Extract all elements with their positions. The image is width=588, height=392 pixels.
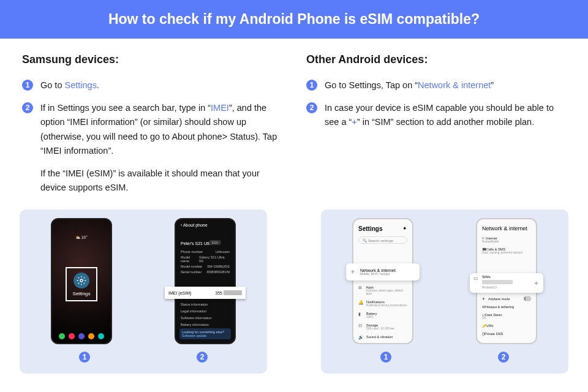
other-phone-2: Network & internet ᯤInternetRedteaMobile… bbox=[476, 218, 537, 344]
step-badge: 2 bbox=[22, 102, 33, 113]
network-internet-callout: ᯤ Network & internet Mobile, Wi-Fi, hots… bbox=[346, 263, 420, 281]
other-step-1: 1 Go to Settings, Tap on “Network & inte… bbox=[306, 78, 566, 92]
other-numrow: 1 2 bbox=[327, 350, 562, 363]
sim-name: RedteaGO bbox=[482, 285, 513, 289]
samsung-title: Samsung devices: bbox=[22, 53, 282, 66]
network-title: Network & internet bbox=[482, 225, 527, 232]
vpn-icon: 🔑 bbox=[482, 324, 486, 328]
page-header: How to check if my Android Phone is eSIM… bbox=[0, 0, 588, 39]
step-text: Go to Settings. bbox=[40, 78, 99, 92]
step-text: Go to Settings, Tap on “Network & intern… bbox=[325, 78, 494, 92]
airplane-icon: ✈ bbox=[482, 297, 485, 301]
dock-icon bbox=[88, 333, 94, 339]
dock-icon bbox=[69, 333, 75, 339]
about-lower: Status information Legal information Sof… bbox=[181, 303, 230, 326]
samsung-numrow: 1 2 bbox=[26, 350, 261, 363]
weather-widget: ⛅18° bbox=[52, 235, 111, 240]
plus-link[interactable]: + bbox=[352, 117, 356, 127]
assistant-icon: ✦ bbox=[402, 225, 407, 232]
imei-link[interactable]: IMEI bbox=[211, 103, 229, 113]
samsung-step-2: 2 If in Settings you see a search bar, t… bbox=[22, 101, 282, 158]
mock-strips: ⛅18° Settings ‹ About phone Pete bbox=[0, 203, 588, 374]
samsung-step-1: 1 Go to Settings. bbox=[22, 78, 282, 92]
sim-blur bbox=[482, 280, 513, 284]
mock-num-1: 1 bbox=[79, 352, 90, 363]
network-rows-top: ᯤInternetRedteaMobile ☎Calls & SMSData, … bbox=[482, 236, 531, 254]
imei-blur bbox=[224, 290, 242, 295]
dock-icon bbox=[78, 333, 85, 339]
settings-link[interactable]: Settings bbox=[65, 80, 97, 90]
mock-num-1: 1 bbox=[380, 352, 391, 363]
looking-for: Looking for something else? Software upd… bbox=[179, 328, 231, 339]
edit-pill: Edit bbox=[209, 240, 221, 245]
page-title: How to check if my Android Phone is eSIM… bbox=[108, 11, 480, 27]
dock-icon bbox=[98, 333, 104, 339]
device-name: Peter's S21 Ultra bbox=[181, 241, 213, 246]
samsung-step-2-sub: If the “IMEI (eSIM)” is available it sho… bbox=[40, 167, 282, 195]
svg-point-0 bbox=[80, 279, 83, 282]
bell-icon: 🔔 bbox=[358, 300, 363, 305]
imei-esim-label: IMEI (eSIM) bbox=[168, 291, 191, 295]
settings-app-tile: Settings bbox=[66, 267, 97, 301]
mock-num-2: 2 bbox=[498, 352, 509, 363]
dock bbox=[52, 333, 111, 339]
imei-esim-callout: IMEI (eSIM) 355 bbox=[165, 287, 246, 299]
other-title: Other Android devices: bbox=[306, 53, 566, 66]
network-internet-link[interactable]: Network & internet bbox=[418, 80, 491, 90]
gear-icon bbox=[74, 273, 89, 288]
samsung-column: Samsung devices: 1 Go to Settings. 2 If … bbox=[22, 53, 282, 203]
sims-label: SIMs bbox=[482, 275, 513, 279]
search-settings: 🔍 Search settings bbox=[358, 236, 407, 244]
other-step-2: 2 In case your device is eSIM capable yo… bbox=[306, 101, 566, 129]
callout-sub: Mobile, Wi-Fi, hotspot bbox=[360, 273, 396, 276]
other-mockstrip: Settings ✦ 🔍 Search settings ᯤ Network &… bbox=[321, 209, 568, 374]
settings-title: Settings bbox=[358, 225, 382, 232]
about-phone-back: ‹ About phone bbox=[181, 223, 208, 227]
storage-icon: ☷ bbox=[358, 323, 363, 328]
plus-icon: + bbox=[535, 279, 538, 287]
other-phonerow: Settings ✦ 🔍 Search settings ᯤ Network &… bbox=[327, 218, 562, 344]
toggle bbox=[524, 296, 531, 301]
wifi-icon: ᯤ bbox=[351, 269, 356, 275]
samsung-phone-1: ⛅18° Settings bbox=[51, 218, 112, 344]
battery-icon: ▮ bbox=[358, 312, 363, 317]
step-badge: 1 bbox=[22, 80, 33, 91]
sim-icon: ▭ bbox=[473, 276, 478, 281]
mock-num-2: 2 bbox=[197, 352, 208, 363]
network-rows-bottom: ✈Airplane mode ⊚Hotspot & tethering ◇Dat… bbox=[482, 296, 531, 336]
sims-callout: ▭ SIMs RedteaGO + bbox=[470, 273, 543, 293]
other-phone-1: Settings ✦ 🔍 Search settings ᯤ Network &… bbox=[352, 218, 413, 344]
step-text: If in Settings you see a search bar, typ… bbox=[40, 101, 282, 158]
about-rows: Phone numberUnknown Model nameGalaxy S21… bbox=[181, 250, 230, 274]
samsung-phonerow: ⛅18° Settings ‹ About phone Pete bbox=[26, 218, 261, 344]
columns: Samsung devices: 1 Go to Settings. 2 If … bbox=[0, 39, 588, 203]
samsung-mockstrip: ⛅18° Settings ‹ About phone Pete bbox=[20, 209, 267, 374]
settings-rows: ⊞AppsAssistant, recent apps, default app… bbox=[358, 285, 407, 340]
step-badge: 2 bbox=[306, 102, 317, 113]
settings-label: Settings bbox=[73, 291, 91, 296]
sound-icon: 🔊 bbox=[358, 335, 363, 340]
dock-icon bbox=[59, 333, 65, 339]
apps-icon: ⊞ bbox=[358, 285, 363, 290]
step-text: In case your device is eSIM capable you … bbox=[325, 101, 566, 129]
step-badge: 1 bbox=[306, 80, 317, 91]
samsung-phone-2: ‹ About phone Peter's S21 Ultra Edit Pho… bbox=[175, 218, 236, 344]
other-column: Other Android devices: 1 Go to Settings,… bbox=[306, 53, 566, 203]
